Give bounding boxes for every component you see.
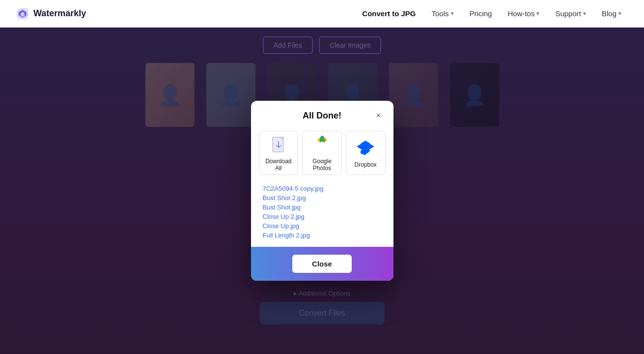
dropbox-svg: [356, 138, 375, 157]
download-all-option[interactable]: DownloadAll: [259, 131, 299, 175]
nav-convert-to-jpg[interactable]: Convert to JPG: [355, 5, 422, 22]
dropbox-label: Dropbox: [355, 161, 377, 168]
google-photos-label: Google Photos: [306, 158, 338, 172]
download-options: DownloadAll: [251, 127, 393, 183]
dropbox-icon: [356, 138, 375, 157]
main-area: Add Files Clear Images 👤 👤 👤 👤 👤 👤 All D: [0, 28, 644, 354]
modal-backdrop: All Done! × Downloa: [0, 28, 644, 354]
google-photos-svg: [312, 134, 332, 154]
nav-tools[interactable]: Tools ▾: [425, 5, 461, 22]
logo-text: Watermarkly: [33, 8, 86, 19]
file-link-4[interactable]: Close Up 2.jpg: [263, 213, 382, 220]
file-link-3[interactable]: Bust Shot.jpg: [263, 204, 382, 211]
file-links-list: 7C2A5094-5 copy.jpg Bust Shot 2.jpg Bust…: [251, 183, 393, 247]
download-all-label: DownloadAll: [265, 158, 291, 172]
download-icon: [269, 133, 288, 155]
file-link-2[interactable]: Bust Shot 2.jpg: [263, 194, 382, 202]
svg-rect-2: [281, 137, 283, 139]
support-chevron-icon: ▾: [583, 10, 586, 17]
close-modal-button[interactable]: Close: [292, 255, 352, 273]
nav-howtos[interactable]: How-tos ▾: [501, 5, 546, 22]
logo-icon: [16, 7, 29, 21]
modal-title: All Done!: [303, 111, 341, 121]
logo-link[interactable]: Watermarkly: [16, 7, 86, 21]
modal-header: All Done! ×: [251, 101, 393, 127]
all-done-modal: All Done! × Downloa: [251, 101, 393, 281]
howtos-chevron-icon: ▾: [536, 10, 539, 17]
download-all-icon: [269, 134, 288, 154]
dropbox-option[interactable]: Dropbox: [346, 131, 386, 175]
navbar: Watermarkly Convert to JPG Tools ▾ Prici…: [0, 0, 644, 28]
tools-chevron-icon: ▾: [451, 10, 454, 17]
google-photos-option[interactable]: Google Photos: [302, 131, 342, 175]
nav-pricing[interactable]: Pricing: [463, 5, 499, 22]
nav-support[interactable]: Support ▾: [548, 5, 593, 22]
file-link-6[interactable]: Full Length 2.jpg: [263, 232, 382, 239]
file-link-5[interactable]: Close Up.jpg: [263, 222, 382, 230]
file-link-1[interactable]: 7C2A5094-5 copy.jpg: [263, 185, 382, 192]
google-photos-icon: [312, 134, 332, 154]
modal-close-button[interactable]: ×: [372, 109, 386, 122]
modal-footer: Close: [251, 247, 393, 281]
nav-blog[interactable]: Blog ▾: [595, 5, 628, 22]
blog-chevron-icon: ▾: [618, 10, 621, 17]
svg-point-7: [320, 142, 325, 147]
nav-links: Convert to JPG Tools ▾ Pricing How-tos ▾…: [355, 5, 628, 22]
